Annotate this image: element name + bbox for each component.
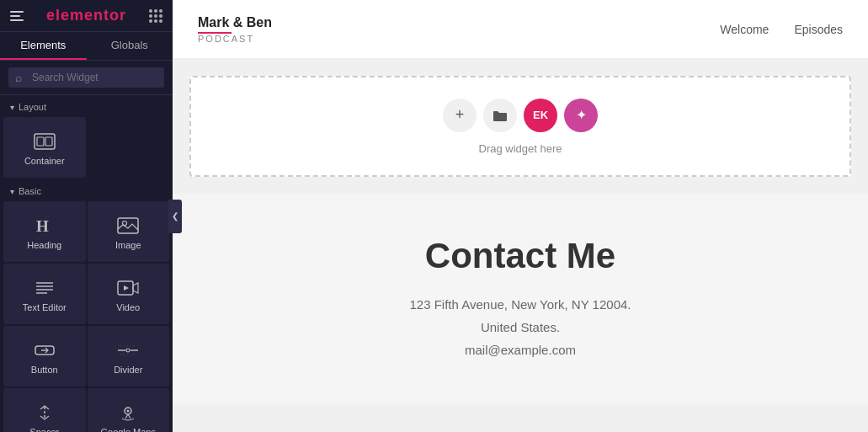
nav-welcome[interactable]: Welcome: [720, 23, 769, 36]
contact-section: Contact Me 123 Fifth Avenue, New York, N…: [173, 194, 868, 403]
widget-spacer[interactable]: Spacer: [3, 388, 86, 432]
divider-label: Divider: [114, 365, 142, 375]
divider-icon: [117, 341, 139, 360]
search-input[interactable]: [8, 67, 164, 88]
svg-point-15: [126, 349, 130, 352]
text-editor-label: Text Editor: [23, 302, 67, 312]
svg-text:H: H: [36, 217, 49, 235]
nav-episodes[interactable]: Episodes: [794, 23, 843, 36]
svg-rect-1: [37, 137, 44, 146]
tab-elements[interactable]: Elements: [0, 32, 87, 60]
panel-header: elementor: [0, 0, 173, 32]
contact-address: 123 Fifth Avenue, New York, NY 12004. Un…: [198, 293, 843, 361]
drop-zone[interactable]: + EK ✦ Drag widget here: [189, 76, 851, 177]
image-label: Image: [115, 240, 141, 250]
svg-rect-2: [45, 137, 52, 146]
canvas-content: + EK ✦ Drag widget here Contact Me 123 F…: [173, 59, 868, 432]
widget-text-editor[interactable]: Text Editor: [3, 264, 86, 324]
contact-title: Contact Me: [198, 236, 843, 276]
site-logo: Mark & Ben Podcast: [198, 14, 272, 44]
video-icon: [117, 279, 139, 297]
widget-button[interactable]: Button: [3, 326, 86, 387]
site-logo-name: Mark & Ben: [198, 14, 272, 30]
spacer-icon: [34, 403, 56, 422]
text-editor-icon: [34, 279, 56, 297]
drop-zone-buttons: + EK ✦: [443, 99, 598, 132]
widget-divider[interactable]: Divider: [88, 326, 170, 387]
widget-container[interactable]: Container: [3, 117, 86, 178]
contact-address-line2: United States.: [198, 316, 843, 339]
tab-globals[interactable]: Globals: [87, 32, 173, 60]
svg-marker-11: [124, 285, 129, 291]
left-panel: elementor Elements Globals Layout: [0, 0, 173, 432]
button-label: Button: [31, 365, 58, 375]
widget-image[interactable]: Image: [88, 201, 170, 262]
layout-widgets-grid: Container: [0, 115, 173, 179]
container-icon: [34, 132, 56, 151]
svg-point-21: [127, 410, 130, 413]
basic-section: Basic H Heading Image: [0, 179, 173, 432]
add-widget-button[interactable]: +: [443, 99, 477, 132]
layout-section-title[interactable]: Layout: [0, 95, 173, 115]
widget-heading[interactable]: H Heading: [3, 201, 86, 262]
layout-section: Layout Container: [0, 95, 173, 179]
container-label: Container: [24, 156, 65, 166]
basic-widgets-grid: H Heading Image: [0, 200, 173, 432]
star-button[interactable]: ✦: [564, 99, 598, 132]
drop-text: Drag widget here: [479, 142, 562, 155]
collapse-panel-arrow[interactable]: ❮: [168, 200, 182, 233]
google-maps-label: Google Maps: [101, 427, 156, 432]
panel-tabs: Elements Globals: [0, 32, 173, 61]
widget-google-maps[interactable]: Google Maps: [88, 388, 170, 432]
site-nav: Welcome Episodes: [720, 23, 843, 36]
contact-address-line1: 123 Fifth Avenue, New York, NY 12004.: [198, 293, 843, 316]
spacer-label: Spacer: [29, 427, 59, 432]
ek-button[interactable]: EK: [524, 99, 557, 132]
video-label: Video: [116, 302, 140, 312]
elementor-logo: elementor: [46, 7, 126, 24]
svg-rect-4: [118, 218, 138, 233]
panel-search: [0, 61, 173, 95]
contact-email: mail@example.com: [198, 339, 843, 361]
folder-button[interactable]: [483, 99, 517, 132]
hamburger-menu-icon[interactable]: [10, 11, 24, 21]
site-logo-sub: Podcast: [198, 34, 272, 44]
heading-label: Heading: [27, 240, 61, 250]
button-icon: [34, 341, 56, 360]
main-canvas: Mark & Ben Podcast Welcome Episodes + EK…: [173, 0, 868, 432]
grid-menu-icon[interactable]: [149, 9, 162, 23]
widget-video[interactable]: Video: [88, 264, 170, 324]
image-icon: [117, 216, 139, 235]
basic-section-title[interactable]: Basic: [0, 179, 173, 200]
google-maps-icon: [117, 403, 139, 422]
heading-icon: H: [34, 216, 56, 235]
site-header: Mark & Ben Podcast Welcome Episodes: [173, 0, 868, 59]
